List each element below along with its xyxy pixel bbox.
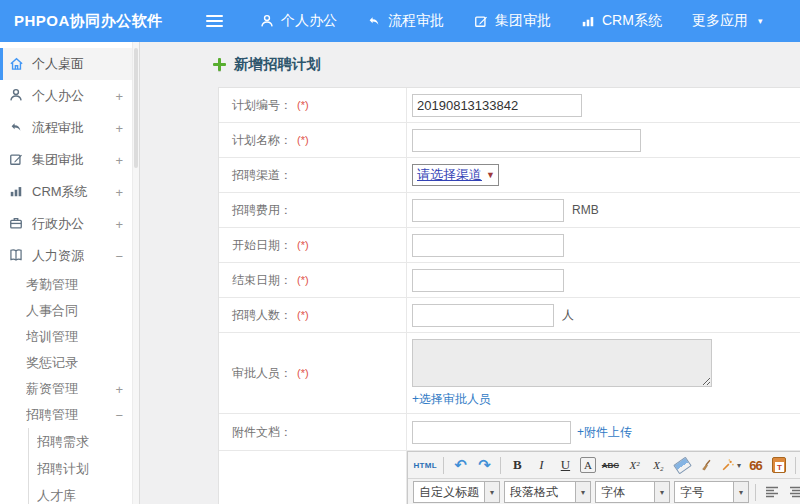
edit-icon xyxy=(9,152,25,168)
recruit-plan-form: 计划编号： (*) 计划名称： (*) 招聘 xyxy=(218,87,800,504)
form-row: 计划编号： (*) xyxy=(219,88,800,123)
sidebar: 个人桌面 个人办公 + 流程审批 + 集团审批 + xyxy=(0,42,140,504)
sidebar-item-attendance[interactable]: 考勤管理 xyxy=(0,272,139,298)
expand-toggle[interactable]: + xyxy=(115,217,123,232)
form-row: 附件文档： +附件上传 xyxy=(219,414,800,451)
caret-down-icon: ▾ xyxy=(575,482,590,502)
start-date-input[interactable] xyxy=(412,234,564,257)
expand-toggle[interactable]: + xyxy=(115,185,123,200)
select-approver-link[interactable]: +选择审批人员 xyxy=(412,392,491,406)
topnav-more-apps[interactable]: 更多应用 ▾ xyxy=(677,0,778,42)
broom-icon xyxy=(699,458,713,472)
italic-button[interactable]: I xyxy=(532,455,551,475)
rich-text-editor: HTML ↶ ↷ B I U A ABC X² X₂ xyxy=(407,451,800,504)
caret-down-icon: ▾ xyxy=(737,461,741,470)
font-size-select[interactable]: 字号 ▾ xyxy=(674,481,749,503)
font-border-button[interactable]: A xyxy=(580,457,596,473)
paste-text-button[interactable]: T xyxy=(770,455,789,475)
sidebar-item-recruit-plan[interactable]: 招聘计划 xyxy=(29,455,139,482)
plan-name-input[interactable] xyxy=(412,129,641,152)
form-row: 结束日期： (*) xyxy=(219,263,800,298)
upload-attachment-link[interactable]: +附件上传 xyxy=(577,424,632,441)
subscript-button[interactable]: X₂ xyxy=(649,455,668,475)
collapse-toggle[interactable]: − xyxy=(115,408,123,423)
plus-icon xyxy=(213,58,226,71)
magic-wand-icon xyxy=(721,458,735,472)
font-family-select[interactable]: 字体 ▾ xyxy=(595,481,670,503)
required-mark: (*) xyxy=(297,239,309,251)
sidebar-item-group-approval[interactable]: 集团审批 + xyxy=(0,144,139,176)
sidebar-item-crm-system[interactable]: CRM系统 + xyxy=(0,176,139,208)
menu-toggle-icon[interactable] xyxy=(206,12,223,30)
approver-textarea[interactable] xyxy=(412,339,712,387)
sidebar-item-salary[interactable]: 薪资管理 + xyxy=(0,376,139,402)
unit-suffix: 人 xyxy=(562,307,574,324)
expand-toggle[interactable]: + xyxy=(115,382,123,397)
sidebar-item-rewards[interactable]: 奖惩记录 xyxy=(0,350,139,376)
field-label: 开始日期： xyxy=(232,237,292,254)
collapse-toggle[interactable]: − xyxy=(115,249,123,264)
topnav-workflow-approval[interactable]: 流程审批 xyxy=(352,0,459,42)
topnav-crm-system[interactable]: CRM系统 xyxy=(566,0,677,42)
sidebar-item-human-resources[interactable]: 人力资源 − xyxy=(0,240,139,272)
strikethrough-button[interactable]: ABC xyxy=(601,455,620,475)
end-date-input[interactable] xyxy=(412,269,564,292)
sidebar-scrollbar[interactable] xyxy=(132,42,139,504)
undo-button[interactable]: ↶ xyxy=(451,455,470,475)
sidebar-item-talent-pool[interactable]: 人才库 xyxy=(29,482,139,504)
sidebar-item-training[interactable]: 培训管理 xyxy=(0,324,139,350)
edit-icon xyxy=(474,14,488,28)
main-content: 新增招聘计划 计划编号： (*) 计划名称： (*) xyxy=(140,42,800,504)
underline-button[interactable]: U xyxy=(556,455,575,475)
format-brush-button[interactable] xyxy=(697,455,716,475)
sidebar-item-hr-contract[interactable]: 人事合同 xyxy=(0,298,139,324)
expand-toggle[interactable]: + xyxy=(115,89,123,104)
superscript-button[interactable]: X² xyxy=(625,455,644,475)
headcount-input[interactable] xyxy=(412,304,554,327)
process-icon xyxy=(9,120,25,136)
field-label: 招聘人数： xyxy=(232,307,292,324)
custom-title-select[interactable]: 自定义标题 ▾ xyxy=(413,481,500,503)
topnav-label: 个人办公 xyxy=(281,12,337,30)
form-row: 计划名称： (*) xyxy=(219,123,800,158)
required-mark: (*) xyxy=(297,367,309,379)
home-icon xyxy=(9,56,25,72)
sidebar-item-recruit-demand[interactable]: 招聘需求 xyxy=(29,428,139,455)
topnav-group-approval[interactable]: 集团审批 xyxy=(459,0,566,42)
fee-input[interactable] xyxy=(412,199,564,222)
topnav-label: CRM系统 xyxy=(602,12,662,30)
align-center-button[interactable] xyxy=(787,482,800,502)
channel-select[interactable]: 请选择渠道 ▼ xyxy=(412,164,499,186)
field-label: 招聘费用： xyxy=(232,202,292,219)
field-label: 附件文档： xyxy=(232,424,292,441)
html-source-button[interactable]: HTML xyxy=(414,455,437,475)
sidebar-item-personal-desktop[interactable]: 个人桌面 xyxy=(0,48,139,80)
blockquote-button[interactable]: 66 xyxy=(746,455,765,475)
user-icon xyxy=(9,88,25,104)
autotypeset-button[interactable]: ▾ xyxy=(721,455,741,475)
topnav-personal-office[interactable]: 个人办公 xyxy=(245,0,352,42)
expand-toggle[interactable]: + xyxy=(115,121,123,136)
align-left-icon xyxy=(765,486,779,499)
topbar: PHPOA协同办公软件 个人办公 流程审批 集团审批 xyxy=(0,0,800,42)
attachment-input[interactable] xyxy=(412,421,571,444)
editor-toolbar-row2: 自定义标题 ▾ 段落格式 ▾ 字体 ▾ xyxy=(408,479,800,504)
expand-toggle[interactable]: + xyxy=(115,153,123,168)
sidebar-item-recruitment[interactable]: 招聘管理 − xyxy=(0,402,139,428)
sidebar-item-personal-office[interactable]: 个人办公 + xyxy=(0,80,139,112)
form-row: 招聘渠道： 请选择渠道 ▼ xyxy=(219,158,800,193)
field-label: 计划名称： xyxy=(232,132,292,149)
align-left-button[interactable] xyxy=(763,482,782,502)
sidebar-item-admin-office[interactable]: 行政办公 + xyxy=(0,208,139,240)
top-nav: 个人办公 流程审批 集团审批 CRM系统 更多应用 xyxy=(245,0,777,42)
redo-button[interactable]: ↷ xyxy=(475,455,494,475)
sidebar-item-workflow-approval[interactable]: 流程审批 + xyxy=(0,112,139,144)
eraser-button[interactable] xyxy=(673,455,692,475)
bold-button[interactable]: B xyxy=(508,455,527,475)
recruitment-submenu: 招聘需求 招聘计划 人才库 xyxy=(28,428,139,504)
form-row: 审批人员： (*) +选择审批人员 xyxy=(219,333,800,414)
paragraph-select[interactable]: 段落格式 ▾ xyxy=(504,481,591,503)
topnav-label: 流程审批 xyxy=(388,12,444,30)
editor-toolbar-row1: HTML ↶ ↷ B I U A ABC X² X₂ xyxy=(408,452,800,479)
plan-number-input[interactable] xyxy=(412,94,582,117)
